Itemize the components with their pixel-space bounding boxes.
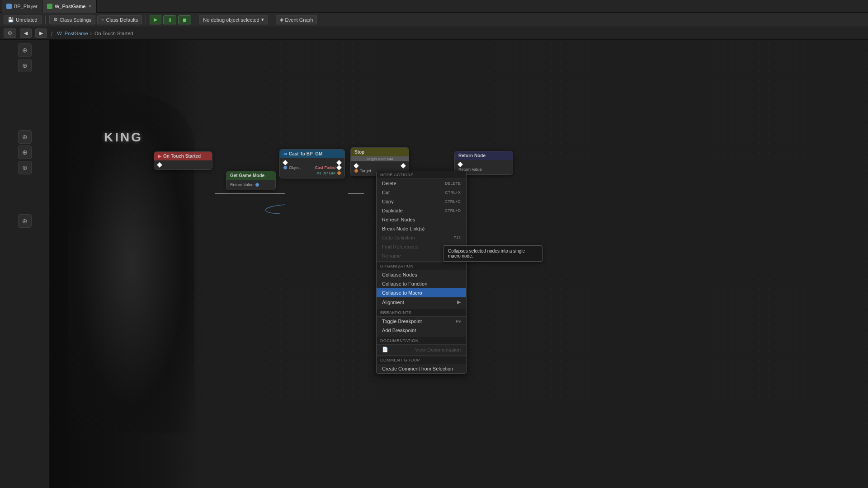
- cm-alignment-label: Alignment: [382, 300, 404, 305]
- cm-alignment-arrow: ▶: [457, 299, 461, 305]
- side-icon-1[interactable]: ⊕: [18, 43, 32, 57]
- getgame-return-pin: Return Value: [230, 183, 272, 187]
- cm-refresh[interactable]: Refresh Nodes: [377, 215, 466, 224]
- side-icon-6[interactable]: ⊕: [18, 214, 32, 228]
- side-icon-3[interactable]: ⊕: [18, 130, 32, 144]
- cm-view-docs-label: View Documentation: [415, 347, 461, 352]
- getgame-node-label: Get Game Mode: [230, 173, 264, 178]
- cm-duplicate[interactable]: Duplicate CTRL+D: [377, 206, 466, 215]
- cast-exec-in-dot: [283, 160, 288, 165]
- stop-exec-in-dot: [354, 163, 359, 168]
- cm-collapse-macro-label: Collapse to Macro: [382, 290, 422, 296]
- class-settings-label: Class Settings: [60, 17, 91, 23]
- class-settings-btn[interactable]: ⚙ Class Settings: [49, 15, 95, 24]
- cast-as-pin: As BP GM: [283, 171, 341, 175]
- cm-delete[interactable]: Delete DELETE: [377, 179, 466, 188]
- side-icon-5[interactable]: ⊕: [18, 161, 32, 174]
- cm-alignment[interactable]: Alignment ▶: [377, 297, 466, 307]
- cm-duplicate-label: Duplicate: [382, 208, 403, 213]
- side-icon-2[interactable]: ⊕: [18, 59, 32, 72]
- tab-w-postgame[interactable]: W_PostGame ✕: [42, 0, 97, 13]
- stop-icon: ⏹: [182, 17, 187, 23]
- pause-btn[interactable]: ⏸: [163, 15, 176, 24]
- cast-as-label: As BP GM: [316, 171, 335, 175]
- tooltip: Collapses selected nodes into a single m…: [443, 245, 542, 262]
- event-graph-label: Event Graph: [285, 17, 313, 23]
- cm-cut[interactable]: Cut CTRL+X: [377, 188, 466, 197]
- view-docs-icon: 📄: [382, 347, 388, 352]
- save-btn[interactable]: 💾 Unrelated: [4, 15, 42, 24]
- toolbar: 💾 Unrelated ⚙ Class Settings ≡ Class Def…: [0, 13, 868, 27]
- getgame-node-body: Return Value: [226, 180, 275, 190]
- graph-area[interactable]: KING ▶ On Touch Started: [50, 40, 868, 488]
- cm-cut-label: Cut: [382, 190, 390, 195]
- debug-label: No debug object selected: [203, 17, 259, 23]
- gear-icon: ⚙: [53, 17, 58, 23]
- breadcrumb-root[interactable]: W_PostGame: [57, 31, 88, 36]
- class-defaults-btn[interactable]: ≡ Class Defaults: [97, 15, 142, 24]
- nav-forward-btn[interactable]: ▶: [35, 28, 47, 38]
- tab-close-btn[interactable]: ✕: [88, 4, 92, 9]
- cast-node-label: Cast To BP_GM: [289, 151, 322, 156]
- cm-section-organization: ORGANIZATION: [377, 263, 466, 270]
- king-text: KING: [104, 130, 143, 145]
- person-silhouette: KING: [68, 94, 194, 433]
- cm-break-links-label: Break Node Link(s): [382, 226, 425, 231]
- return-exec-pin: [458, 163, 509, 166]
- cm-divider-4: [377, 355, 466, 356]
- cm-toggle-bp[interactable]: Toggle Breakpoint F9: [377, 317, 466, 326]
- cm-break-links[interactable]: Break Node Link(s): [377, 224, 466, 233]
- graph-icon: ◈: [280, 17, 283, 23]
- save-icon: 💾: [8, 17, 14, 23]
- cm-copy-shortcut: CTRL+C: [445, 199, 461, 204]
- tab-bp-player[interactable]: BP_Player: [2, 0, 42, 13]
- stop-subtitle: Target is BP GM: [351, 156, 409, 161]
- cm-collapse-macro[interactable]: Collapse to Macro: [377, 288, 466, 297]
- event-node-header: ▶ On Touch Started: [154, 152, 212, 160]
- tooltip-text: Collapses selected nodes into a single m…: [448, 249, 525, 258]
- return-node-label: Return Node: [458, 153, 486, 158]
- event-node-body: [154, 160, 212, 169]
- side-panel: ⊕ ⊕ ⊕ ⊕ ⊕ ⊕: [0, 40, 50, 488]
- tab-bar: BP_Player W_PostGame ✕: [0, 0, 868, 13]
- event-icon: ▶: [158, 154, 161, 159]
- stop-target-label: Target: [360, 169, 371, 173]
- nav-back-btn[interactable]: ◀: [20, 28, 32, 38]
- second-toolbar: ⚙ ◀ ▶ ƒ W_PostGame > On Touch Started: [0, 27, 868, 40]
- breadcrumb: W_PostGame > On Touch Started: [57, 31, 133, 36]
- event-node[interactable]: ▶ On Touch Started: [154, 151, 212, 170]
- cm-copy[interactable]: Copy CTRL+C: [377, 197, 466, 206]
- divider-1: [45, 15, 46, 24]
- cm-delete-label: Delete: [382, 181, 396, 186]
- stop-btn[interactable]: ⏹: [178, 15, 191, 24]
- save-label: Unrelated: [16, 17, 38, 23]
- cast-exec-in: [283, 161, 341, 164]
- cm-collapse-function[interactable]: Collapse to Function: [377, 279, 466, 288]
- cast-failed-dot: [336, 165, 341, 170]
- cm-duplicate-shortcut: CTRL+D: [445, 208, 461, 213]
- getgame-node[interactable]: Get Game Mode Return Value: [226, 171, 276, 190]
- play-btn[interactable]: ▶: [150, 15, 161, 24]
- side-icon-4[interactable]: ⊕: [18, 145, 32, 159]
- return-node-header: Return Node: [455, 151, 513, 160]
- list-icon: ≡: [101, 17, 104, 23]
- chevron-down-icon: ▾: [261, 17, 264, 23]
- exec-out-dot: [157, 162, 162, 167]
- event-graph-btn[interactable]: ◈ Event Graph: [276, 15, 317, 24]
- cm-section-comment: COMMENT GROUP: [377, 357, 466, 364]
- stop-node-label: Stop: [354, 150, 364, 155]
- person-overlay: KING: [50, 40, 203, 488]
- cast-failed-label: Cast Failed: [315, 165, 335, 170]
- cm-add-bp[interactable]: Add Breakpoint: [377, 326, 466, 335]
- cm-collapse-nodes[interactable]: Collapse Nodes: [377, 270, 466, 279]
- cast-as-dot: [337, 171, 341, 175]
- cm-refresh-label: Refresh Nodes: [382, 217, 415, 222]
- cm-create-comment[interactable]: Create Comment from Selection: [377, 364, 466, 373]
- w-postgame-icon: [47, 4, 52, 9]
- cast-node[interactable]: ⇒ Cast To BP_GM Object Cast Failed As BP…: [279, 149, 345, 178]
- tab-w-postgame-label: W_PostGame: [55, 4, 85, 9]
- settings-small-btn[interactable]: ⚙: [4, 28, 16, 38]
- cm-copy-label: Copy: [382, 199, 394, 204]
- debug-btn[interactable]: No debug object selected ▾: [199, 15, 268, 24]
- tab-bp-player-label: BP_Player: [14, 4, 38, 9]
